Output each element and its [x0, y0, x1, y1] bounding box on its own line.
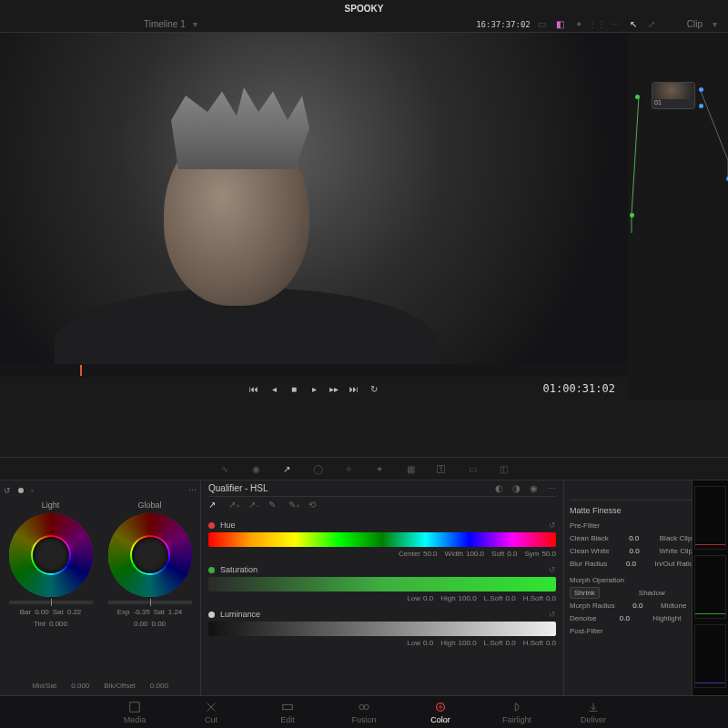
chevron-down-icon[interactable]: ▾	[708, 18, 721, 31]
viewer-canvas[interactable]	[0, 33, 628, 364]
qualifier-icon[interactable]: ↗	[279, 461, 294, 476]
midsat-value[interactable]: 0.000	[67, 680, 93, 692]
low-value[interactable]: 0.0	[423, 639, 433, 647]
loop-button[interactable]: ↻	[368, 382, 380, 395]
wheel-master-slider[interactable]	[108, 601, 192, 604]
color-warper-icon[interactable]: ◉	[248, 461, 263, 476]
options-icon[interactable]: ⋯	[547, 483, 556, 493]
reset-icon[interactable]: ↺	[4, 486, 11, 495]
morphop-select[interactable]: Shrink	[570, 587, 600, 599]
bkoffset-value[interactable]: 0.000	[147, 680, 172, 692]
wheel-label: Global	[137, 500, 161, 510]
soft-value[interactable]: 0.0	[507, 550, 517, 558]
center-value[interactable]: 50.0	[423, 550, 438, 558]
expand-icon[interactable]: ⤢	[645, 18, 658, 31]
blur-icon[interactable]: ▦	[403, 461, 418, 476]
key-icon[interactable]: ⚿	[434, 461, 449, 476]
lsoft-value[interactable]: 0.0	[506, 639, 516, 647]
picker-feather-icon[interactable]: ✎₊	[288, 500, 299, 511]
reset-icon[interactable]: ↺	[549, 565, 556, 574]
playhead-marker[interactable]	[80, 365, 82, 376]
cleanwhite-value[interactable]: 0.0	[629, 547, 639, 555]
sat-value[interactable]: 1.24	[168, 608, 183, 616]
viewer-mode-icon[interactable]: ▭	[536, 18, 549, 31]
cleanblack-value[interactable]: 0.0	[629, 534, 639, 542]
page-fusion[interactable]: Fusion	[337, 701, 391, 724]
luminance-strip[interactable]	[208, 622, 556, 636]
graph-in-dot[interactable]	[630, 213, 634, 217]
reset-icon[interactable]: ↺	[549, 610, 556, 619]
qualifier-mode-icon[interactable]: ◑	[512, 483, 521, 493]
window-icon[interactable]: ◯	[310, 461, 325, 476]
fusion-icon	[358, 701, 370, 713]
hsoft-value[interactable]: 0.0	[546, 639, 556, 647]
page-media[interactable]: Media	[107, 701, 162, 724]
node-editor[interactable]: 01	[628, 33, 728, 400]
saturation-strip[interactable]	[208, 577, 556, 592]
wheel-master-slider[interactable]	[9, 601, 93, 604]
play-button[interactable]: ▸	[308, 382, 320, 395]
magic-mask-icon[interactable]: ✦	[372, 461, 387, 476]
chevron-down-icon[interactable]: ▾	[189, 18, 202, 31]
sat-label: Sat	[53, 608, 64, 616]
scope-green[interactable]	[694, 555, 726, 619]
high-value[interactable]: 100.0	[459, 594, 477, 602]
first-frame-button[interactable]: ⏮	[248, 382, 260, 395]
options-icon[interactable]: ⋯	[609, 18, 622, 31]
lsoft-value[interactable]: 0.0	[506, 594, 516, 602]
extra2-value[interactable]: 0.00	[152, 620, 167, 628]
options-icon[interactable]: ⋯	[188, 486, 197, 495]
3d-icon[interactable]: ◫	[496, 461, 511, 476]
wheel-mode-icon[interactable]: ◦	[31, 486, 34, 495]
clip-dropdown[interactable]: Clip	[687, 19, 703, 29]
invert-icon[interactable]: ⟲	[308, 500, 319, 511]
wipe-icon[interactable]: ◧	[554, 18, 567, 31]
step-forward-button[interactable]: ▸▸	[328, 382, 340, 395]
width-value[interactable]: 100.0	[466, 550, 484, 558]
morphradius-value[interactable]: 0.0	[632, 602, 642, 610]
high-value[interactable]: 100.0	[459, 639, 477, 647]
denoise-value[interactable]: 0.0	[620, 614, 630, 622]
reset-icon[interactable]: ↺	[549, 521, 556, 530]
scope-blue[interactable]	[694, 624, 726, 688]
extra-value[interactable]: 0.00	[134, 620, 148, 628]
cursor-icon[interactable]: ↖	[627, 18, 640, 31]
exp-value[interactable]: -0.35	[133, 608, 149, 616]
highlight-icon[interactable]: ✦	[572, 18, 585, 31]
viewer-scrubber[interactable]	[0, 364, 628, 377]
wheel-mode-dot[interactable]	[18, 488, 24, 493]
low-value[interactable]: 0.0	[423, 594, 433, 602]
qualifier-mode-icon[interactable]: ◉	[530, 483, 538, 493]
sizing-icon[interactable]: ▭	[465, 461, 480, 476]
hue-strip[interactable]	[208, 532, 556, 547]
hsoft-value[interactable]: 0.0	[546, 594, 556, 602]
picker-sub-icon[interactable]: ↗₋	[248, 500, 259, 511]
timeline-dropdown[interactable]: Timeline 1	[144, 19, 186, 29]
blurradius-value[interactable]: 0.0	[626, 560, 636, 568]
timecode-top[interactable]: 16:37:37:02	[476, 20, 531, 29]
stop-button[interactable]: ■	[288, 382, 300, 395]
picker-icon[interactable]: ↗	[208, 500, 219, 511]
page-edit[interactable]: Edit	[260, 701, 315, 724]
sym-value[interactable]: 50.0	[541, 550, 556, 558]
scope-red[interactable]	[694, 486, 726, 550]
page-cut[interactable]: Cut	[184, 701, 238, 724]
curves-icon[interactable]: ∿	[217, 461, 232, 476]
tint-value[interactable]: 0.000	[49, 620, 67, 628]
sat-value[interactable]: 0.22	[67, 608, 82, 616]
picker-soft-icon[interactable]: ✎	[268, 500, 279, 511]
page-fairlight[interactable]: Fairlight	[490, 701, 544, 724]
color-wheel-global[interactable]	[108, 513, 192, 597]
color-wheel-light[interactable]	[9, 513, 93, 597]
last-frame-button[interactable]: ⏭	[348, 382, 360, 395]
step-back-button[interactable]: ◂	[268, 382, 280, 395]
picker-add-icon[interactable]: ↗₊	[228, 500, 239, 511]
width-label: Width	[445, 550, 463, 558]
page-deliver[interactable]: Deliver	[566, 701, 621, 724]
qualifier-mode-icon[interactable]: ◐	[495, 483, 503, 493]
split-icon[interactable]: ⋮⋮	[591, 18, 603, 31]
tracker-icon[interactable]: ✧	[341, 461, 356, 476]
bar-value[interactable]: 0.00	[35, 608, 49, 616]
page-color[interactable]: Color	[413, 701, 468, 724]
timecode-viewer[interactable]: 01:00:31:02	[543, 382, 615, 395]
